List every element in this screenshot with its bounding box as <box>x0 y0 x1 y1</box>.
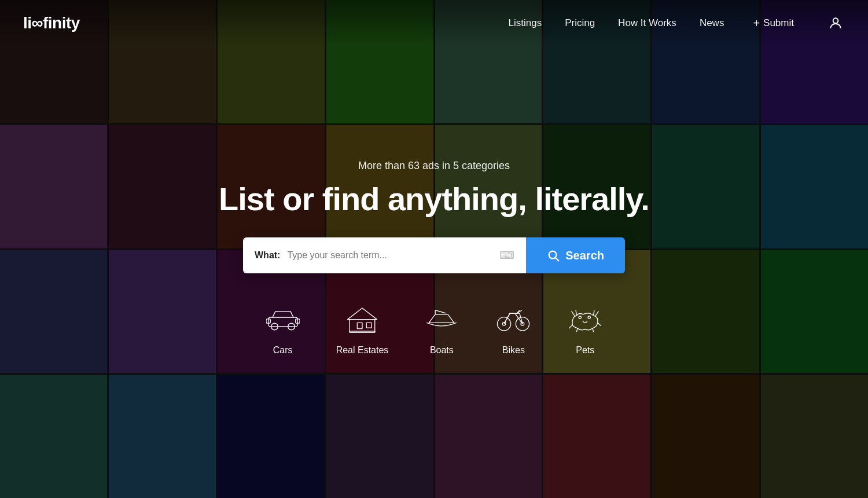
pets-label: Pets <box>576 345 594 356</box>
bikes-icon <box>495 301 532 338</box>
real-estates-label: Real Estates <box>336 345 389 356</box>
navbar: li∞finity Listings Pricing How It Works … <box>0 0 868 46</box>
submit-button[interactable]: + Submit <box>753 17 794 30</box>
keyboard-icon: ⌨ <box>499 249 514 262</box>
boats-label: Boats <box>430 345 454 356</box>
svg-point-20 <box>579 316 581 318</box>
search-bar: What: ⌨ Search <box>243 237 625 273</box>
svg-line-2 <box>556 258 558 261</box>
submit-label: Submit <box>763 17 794 29</box>
category-boats[interactable]: Boats <box>423 301 460 356</box>
search-button-label: Search <box>565 249 604 262</box>
svg-rect-10 <box>357 323 362 329</box>
logo[interactable]: li∞finity <box>23 14 80 32</box>
category-cars[interactable]: Cars <box>264 301 301 356</box>
nav-news[interactable]: News <box>700 17 724 29</box>
nav-how-it-works[interactable]: How It Works <box>618 17 676 29</box>
nav-pricing[interactable]: Pricing <box>565 17 595 29</box>
cars-label: Cars <box>273 345 293 356</box>
real-estates-icon <box>344 301 381 338</box>
plus-icon: + <box>753 17 760 30</box>
category-bikes[interactable]: Bikes <box>495 301 532 356</box>
svg-point-0 <box>833 18 838 23</box>
bikes-label: Bikes <box>502 345 525 356</box>
svg-rect-3 <box>268 317 297 327</box>
svg-marker-8 <box>348 308 377 320</box>
hero-section: More than 63 ads in 5 categories List or… <box>0 0 868 498</box>
svg-point-21 <box>588 316 590 318</box>
boats-icon <box>423 301 460 338</box>
nav-links: Listings Pricing How It Works News + Sub… <box>509 14 845 32</box>
categories: Cars Real Estates <box>264 301 604 356</box>
search-what-label: What: <box>255 250 280 261</box>
search-button[interactable]: Search <box>526 237 625 273</box>
user-icon[interactable] <box>826 14 845 32</box>
nav-listings[interactable]: Listings <box>509 17 542 29</box>
svg-rect-11 <box>366 323 372 328</box>
hero-title: List or find anything, literally. <box>219 181 649 217</box>
pets-icon <box>567 301 604 338</box>
category-real-estates[interactable]: Real Estates <box>336 301 389 356</box>
search-input-area: What: ⌨ <box>243 237 526 273</box>
search-input[interactable] <box>287 250 492 261</box>
hero-subtext: More than 63 ads in 5 categories <box>358 160 510 172</box>
category-pets[interactable]: Pets <box>567 301 604 356</box>
cars-icon <box>264 301 301 338</box>
